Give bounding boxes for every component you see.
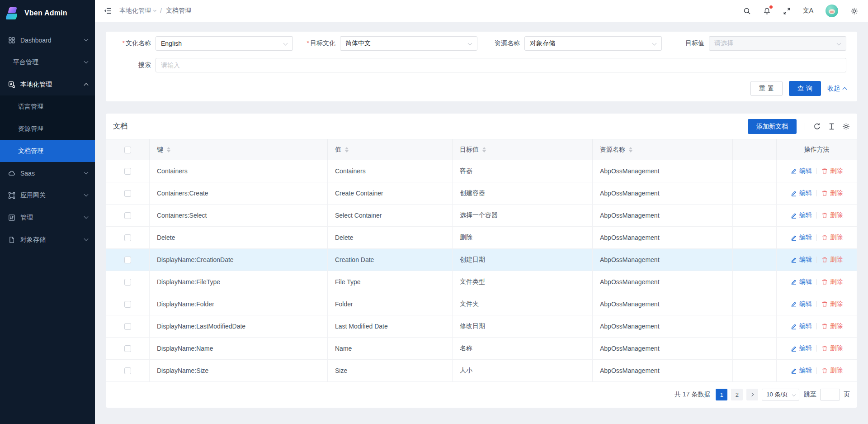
select-all-header[interactable] [106, 139, 150, 160]
row-checkbox[interactable] [124, 301, 131, 308]
row-checkbox[interactable] [124, 279, 131, 286]
sidebar-item-localization[interactable]: 本地化管理 [0, 73, 95, 95]
sidebar-item-resource-management[interactable]: 资源管理 [0, 118, 95, 140]
row-checkbox[interactable] [124, 257, 131, 263]
delete-button[interactable]: 删除 [821, 189, 843, 197]
query-button[interactable]: 查询 [789, 81, 821, 96]
delete-button[interactable]: 删除 [821, 167, 843, 175]
resource-name-select[interactable]: 对象存储 [524, 36, 662, 51]
translate-icon[interactable]: 文A [803, 7, 813, 15]
table-row: DisplayName:LastModifiedDate Last Modifi… [106, 315, 857, 338]
page-button-2[interactable]: 2 [731, 389, 743, 400]
column-header-value[interactable]: 值 [328, 139, 453, 160]
row-checkbox[interactable] [124, 168, 131, 175]
action-divider [816, 190, 817, 196]
sidebar-item-dashboard[interactable]: Dashboard [0, 29, 95, 51]
target-culture-select[interactable]: 简体中文 [340, 36, 477, 51]
cell-value: File Type [328, 271, 453, 293]
delete-button[interactable]: 删除 [821, 300, 843, 308]
sidebar-item-document-management[interactable]: 文档管理 [0, 140, 95, 162]
sidebar-item-management[interactable]: 管理 [0, 206, 95, 229]
edit-button[interactable]: 编辑 [791, 189, 812, 197]
pencil-icon [791, 301, 797, 307]
edit-button[interactable]: 编辑 [791, 322, 812, 330]
settings-gear-icon[interactable] [850, 7, 858, 15]
sidebar-item-platform[interactable]: 平台管理 [0, 51, 95, 73]
delete-button[interactable]: 删除 [821, 256, 843, 264]
edit-button[interactable]: 编辑 [791, 344, 812, 353]
page-content: *文化名称 English *目标文化 简体中文 [95, 22, 868, 424]
cell-key: DisplayName:FileType [150, 271, 328, 293]
edit-button[interactable]: 编辑 [791, 256, 812, 264]
breadcrumb-parent[interactable]: 本地化管理 [119, 7, 156, 15]
edit-button[interactable]: 编辑 [791, 211, 812, 219]
sidebar-item-label: Saas [20, 170, 85, 177]
filter-panel: *文化名称 English *目标文化 简体中文 [106, 32, 857, 101]
avatar[interactable] [826, 5, 838, 17]
row-checkbox[interactable] [124, 323, 131, 330]
sidebar-item-object-storage[interactable]: 对象存储 [0, 229, 95, 251]
pencil-icon [791, 168, 797, 174]
trash-icon [821, 279, 828, 285]
trash-icon [821, 212, 828, 219]
row-checkbox[interactable] [124, 190, 131, 197]
search-input[interactable] [156, 58, 846, 72]
documents-panel: 文档 添加新文档 [106, 114, 857, 408]
add-document-button[interactable]: 添加新文档 [748, 119, 797, 134]
cell-resource-name: AbpOssManagement [593, 205, 733, 227]
edit-button[interactable]: 编辑 [791, 367, 812, 375]
app-root: Vben Admin Dashboard 平台管理 本地化管理 [0, 0, 868, 424]
notification-bell-icon[interactable] [763, 7, 771, 15]
column-header-resource[interactable]: 资源名称 [593, 139, 733, 160]
column-header-target[interactable]: 目标值 [453, 139, 593, 160]
resource-name-field: 资源名称 对象存储 [486, 36, 662, 51]
next-page-button[interactable] [746, 389, 758, 400]
action-divider [816, 257, 817, 263]
collapse-toggle[interactable]: 收起 [827, 85, 846, 93]
toolbar-divider [805, 123, 805, 130]
edit-button[interactable]: 编辑 [791, 233, 812, 242]
cell-target-value: 容器 [453, 160, 593, 182]
delete-button[interactable]: 删除 [821, 278, 843, 286]
page-size-select[interactable]: 10 条/页 [762, 389, 799, 400]
cell-resource-name: AbpOssManagement [593, 360, 733, 382]
delete-button[interactable]: 删除 [821, 367, 843, 375]
row-checkbox[interactable] [124, 212, 131, 219]
delete-button[interactable]: 删除 [821, 322, 843, 330]
delete-button[interactable]: 删除 [821, 233, 843, 242]
row-checkbox[interactable] [124, 234, 131, 241]
trash-icon [821, 168, 828, 174]
refresh-icon[interactable] [813, 123, 821, 130]
table-header-row: 键 值 目标值 资源名称 操作方法 [106, 139, 857, 160]
search-icon[interactable] [743, 7, 751, 15]
cell-target-value: 修改日期 [453, 315, 593, 338]
fullscreen-icon[interactable] [783, 7, 791, 15]
target-culture-field: *目标文化 简体中文 [301, 36, 477, 51]
delete-button[interactable]: 删除 [821, 344, 843, 353]
edit-button[interactable]: 编辑 [791, 278, 812, 286]
localization-submenu: 语言管理 资源管理 文档管理 [0, 95, 95, 162]
row-checkbox[interactable] [124, 367, 131, 374]
sidebar-item-label: 平台管理 [13, 58, 85, 67]
jump-page-input[interactable] [820, 389, 840, 400]
action-divider [816, 168, 817, 174]
sidebar-item-language-management[interactable]: 语言管理 [0, 95, 95, 118]
edit-button[interactable]: 编辑 [791, 300, 812, 308]
sidebar-item-gateway[interactable]: 应用网关 [0, 184, 95, 206]
menu-fold-icon[interactable] [104, 7, 112, 15]
page-button-1[interactable]: 1 [716, 389, 727, 400]
sidebar: Vben Admin Dashboard 平台管理 本地化管理 [0, 0, 95, 424]
row-height-icon[interactable] [828, 123, 835, 130]
chevron-down-icon [84, 37, 89, 42]
reset-button[interactable]: 重置 [750, 81, 783, 96]
delete-button[interactable]: 删除 [821, 211, 843, 219]
select-all-checkbox[interactable] [124, 147, 131, 153]
jump-prefix-label: 跳至 [804, 391, 816, 399]
row-checkbox[interactable] [124, 345, 131, 352]
column-settings-gear-icon[interactable] [842, 123, 850, 130]
edit-button[interactable]: 编辑 [791, 167, 812, 175]
culture-name-select[interactable]: English [156, 36, 293, 51]
logo[interactable]: Vben Admin [0, 0, 95, 26]
sidebar-item-saas[interactable]: Saas [0, 162, 95, 184]
column-header-key[interactable]: 键 [150, 139, 328, 160]
